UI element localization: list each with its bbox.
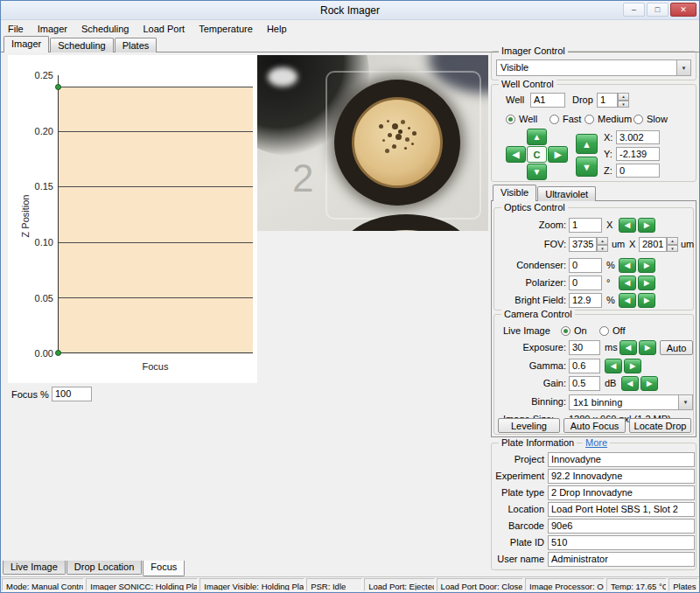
exposure-increase-icon[interactable]: ▶	[639, 340, 656, 355]
fov-row: FOV: 3735 ▴ ▾ um X 2801 ▴ ▾ um	[498, 237, 691, 253]
tab-scheduling[interactable]: Scheduling	[50, 38, 113, 52]
x-input[interactable]: 3.002	[616, 130, 660, 144]
status-imager-visible: Imager Visible: Holding Plate	[200, 578, 304, 591]
radio-well-icon[interactable]	[506, 115, 515, 124]
condenser-increase-icon[interactable]: ▶	[638, 258, 655, 273]
auto-focus-button[interactable]: Auto Focus	[564, 418, 626, 433]
zoom-next-icon[interactable]: ▶	[638, 218, 655, 233]
radio-slow-icon[interactable]	[634, 115, 643, 124]
status-plates[interactable]: Plates	[668, 578, 698, 591]
radio-live-on-icon[interactable]	[561, 326, 570, 336]
gain-decrease-icon[interactable]: ◀	[621, 376, 639, 391]
gamma-decrease-icon[interactable]: ◀	[605, 359, 622, 373]
combo-arrow-icon[interactable]: ▼	[676, 60, 690, 75]
drop-spin-down-icon[interactable]: ▾	[618, 101, 629, 108]
location-field[interactable]: Load Port Hotel SBS 1, Slot 2	[548, 502, 695, 517]
z-up-icon[interactable]: ▲	[576, 134, 598, 154]
tab-drop-location[interactable]: Drop Location	[66, 561, 143, 575]
binning-combobox[interactable]: 1x1 binning ▼	[569, 394, 693, 410]
project-field[interactable]: Innovadyne	[548, 452, 695, 467]
bright-field-decrease-icon[interactable]: ◀	[619, 293, 636, 308]
radio-live-off-icon[interactable]	[599, 326, 609, 336]
fov-height-spin-down-icon[interactable]: ▾	[667, 245, 678, 253]
condenser-decrease-icon[interactable]: ◀	[619, 258, 636, 273]
more-link[interactable]: More	[583, 437, 610, 448]
imager-mode-combobox[interactable]: Visible ▼	[496, 59, 691, 76]
plate-type-field[interactable]: 2 Drop Innovadyne	[548, 485, 695, 500]
fov-width-spin-up-icon[interactable]: ▴	[597, 237, 608, 245]
y-input[interactable]: -2.139	[616, 147, 660, 161]
tab-imager[interactable]: Imager	[4, 36, 49, 52]
menu-file[interactable]: File	[1, 21, 31, 37]
tab-visible[interactable]: Visible	[493, 185, 536, 201]
tab-ultraviolet[interactable]: Ultraviolet	[537, 186, 596, 201]
focus-plot-area[interactable]	[58, 75, 253, 353]
combo-arrow-icon[interactable]: ▼	[678, 395, 692, 409]
polarizer-increase-icon[interactable]: ▶	[638, 276, 655, 290]
menu-scheduling[interactable]: Scheduling	[74, 21, 136, 37]
zoom-input[interactable]: 1	[569, 218, 602, 233]
barcode-field[interactable]: 90e6	[548, 519, 695, 534]
zoom-prev-icon[interactable]: ◀	[619, 218, 636, 233]
fov-width-spin-down-icon[interactable]: ▾	[597, 245, 608, 253]
gain-increase-icon[interactable]: ▶	[640, 376, 658, 391]
gamma-input[interactable]: 0.6	[569, 359, 600, 373]
main-tabstrip: Imager Scheduling Plates	[4, 37, 158, 52]
menu-temperature[interactable]: Temperature	[192, 21, 260, 37]
z-input[interactable]: 0	[616, 164, 660, 178]
polarizer-input[interactable]: 0	[569, 276, 602, 290]
radio-fast[interactable]: Fast	[550, 114, 581, 124]
radio-live-on[interactable]: On	[561, 325, 587, 336]
microscope-live-image[interactable]: 2	[257, 55, 488, 231]
exposure-auto-button[interactable]: Auto	[660, 340, 693, 355]
plate-id-field[interactable]: 510	[548, 535, 695, 550]
maximize-icon[interactable]: □	[647, 3, 668, 17]
leveling-button[interactable]: Leveling	[498, 418, 560, 433]
z-down-icon[interactable]: ▼	[576, 157, 598, 177]
bright-field-increase-icon[interactable]: ▶	[638, 293, 655, 308]
condenser-input[interactable]: 0	[569, 258, 602, 273]
exposure-input[interactable]: 30	[569, 340, 600, 355]
gamma-increase-icon[interactable]: ▶	[624, 359, 641, 373]
radio-medium-icon[interactable]	[584, 115, 594, 124]
minimize-icon[interactable]: –	[623, 3, 645, 17]
locate-drop-button[interactable]: Locate Drop	[629, 418, 691, 433]
center-button[interactable]: C	[527, 146, 547, 163]
focus-marker-bottom	[55, 350, 61, 356]
drop-spin-up-icon[interactable]: ▴	[618, 93, 629, 101]
radio-fast-icon[interactable]	[550, 115, 559, 124]
radio-medium[interactable]: Medium	[584, 114, 632, 124]
experiment-field[interactable]: 92.2 Innovadyne	[548, 469, 695, 484]
radio-slow[interactable]: Slow	[634, 114, 668, 124]
move-left-icon[interactable]: ◀	[506, 146, 526, 163]
move-down-icon[interactable]: ▼	[527, 164, 547, 180]
fov-height-input[interactable]: 2801	[639, 237, 667, 252]
drop-input[interactable]: 1	[597, 93, 618, 108]
bright-field-label: Bright Field:	[498, 295, 566, 305]
close-icon[interactable]: ✕	[670, 3, 696, 17]
move-up-icon[interactable]: ▲	[527, 129, 547, 145]
tab-focus[interactable]: Focus	[143, 561, 185, 576]
y-tick: 0.00	[24, 348, 53, 359]
well-input[interactable]: A1	[530, 93, 565, 108]
move-right-icon[interactable]: ▶	[548, 146, 568, 163]
exposure-decrease-icon[interactable]: ◀	[620, 340, 637, 355]
tab-plates[interactable]: Plates	[115, 38, 158, 52]
experiment-label: Experiment	[495, 471, 544, 481]
imager-control-group: Imager Control Visible ▼	[491, 51, 696, 80]
user-name-field[interactable]: Administrator	[548, 552, 695, 567]
tab-live-image[interactable]: Live Image	[3, 561, 66, 575]
fov-width-input[interactable]: 3735	[569, 237, 597, 252]
polarizer-decrease-icon[interactable]: ◀	[619, 276, 636, 290]
focus-percent-input[interactable]: 100	[52, 387, 92, 401]
gain-input[interactable]: 0.5	[569, 376, 600, 391]
status-psr: PSR: Idle	[306, 578, 362, 591]
radio-well[interactable]: Well	[506, 114, 537, 124]
radio-live-off[interactable]: Off	[599, 325, 625, 336]
menu-imager[interactable]: Imager	[31, 21, 74, 37]
bright-field-input[interactable]: 12.9	[569, 293, 602, 308]
menu-help[interactable]: Help	[260, 21, 294, 37]
fov-height-spin-up-icon[interactable]: ▴	[667, 237, 678, 245]
menu-load-port[interactable]: Load Port	[136, 21, 192, 37]
fov-unit-2: um	[681, 239, 694, 249]
